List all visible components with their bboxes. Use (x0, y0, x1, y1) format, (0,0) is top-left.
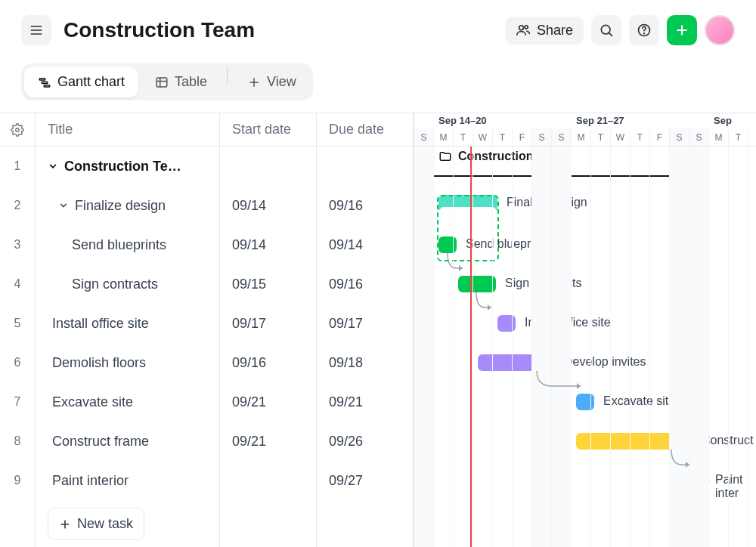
date-cell[interactable]: 09/27 (317, 461, 413, 500)
column-header-due[interactable]: Due date (317, 113, 413, 147)
row-number: 5 (0, 304, 35, 343)
day-header-cell: T (454, 128, 473, 146)
new-task-button[interactable]: New task (48, 508, 144, 540)
task-cell[interactable]: Finalize design (36, 186, 219, 225)
today-indicator (470, 147, 472, 547)
plus-icon (59, 518, 71, 530)
column-header-start[interactable]: Start date (220, 113, 316, 147)
week-label: Sep 14–20 (434, 115, 572, 128)
menu-button[interactable] (21, 15, 51, 45)
date-cell[interactable]: 09/18 (317, 343, 413, 382)
task-cell[interactable]: Paint interior (36, 461, 219, 500)
day-header-cell: S (414, 128, 434, 146)
avatar[interactable] (705, 15, 735, 45)
svg-point-3 (519, 26, 524, 30)
row-number: 7 (0, 382, 35, 422)
date-cell[interactable]: 09/26 (317, 422, 413, 461)
gantt-icon (38, 76, 51, 89)
task-cell[interactable]: Send blueprints (36, 225, 219, 264)
day-header-cell: S (552, 128, 572, 146)
search-button[interactable] (591, 15, 621, 45)
dependency-arrow (671, 450, 702, 480)
day-header-cell: F (650, 128, 670, 146)
row-number: 6 (0, 343, 35, 382)
day-header-cell: S (689, 128, 709, 146)
date-cell[interactable]: 09/16 (317, 264, 413, 304)
date-cell[interactable]: 09/21 (220, 422, 316, 461)
dependency-arrow (476, 292, 499, 323)
date-cell[interactable]: 09/21 (220, 382, 316, 422)
day-header-cell: T (493, 128, 513, 146)
svg-rect-13 (44, 85, 50, 86)
date-cell[interactable] (317, 147, 413, 186)
row-number: 8 (0, 422, 35, 461)
svg-point-4 (525, 26, 528, 29)
help-icon (637, 23, 652, 38)
chevron-down-icon (48, 161, 58, 172)
column-header-title[interactable]: Title (36, 113, 219, 147)
date-cell[interactable]: 09/14 (220, 186, 316, 225)
add-button[interactable] (667, 15, 697, 45)
date-cell[interactable] (220, 147, 316, 186)
tab-view-label: View (267, 74, 296, 90)
gantt-timeline[interactable]: Construction Team Finalize design Send b… (414, 147, 756, 547)
table-settings-button[interactable] (0, 113, 35, 147)
week-label: Sep 21–27 (572, 115, 709, 128)
chevron-down-icon (58, 200, 69, 211)
share-label: Share (537, 23, 573, 39)
svg-point-19 (16, 128, 20, 131)
column-title: Title Construction Te… Finalize design S… (36, 113, 220, 547)
day-header-cell: M (709, 128, 729, 146)
menu-icon (29, 23, 44, 38)
date-cell[interactable]: 09/16 (220, 343, 316, 382)
row-number: 4 (0, 264, 35, 304)
date-cell[interactable]: 09/14 (220, 225, 316, 264)
task-cell[interactable]: Install office site (36, 304, 219, 343)
date-cell[interactable]: 09/15 (220, 264, 316, 304)
search-icon (599, 23, 614, 38)
task-cell[interactable]: Construction Te… (36, 147, 219, 186)
row-number-gutter: 1 2 3 4 5 6 7 8 9 (0, 113, 36, 547)
week-label: Sep (709, 115, 732, 128)
tab-table-label: Table (175, 74, 207, 90)
page-title: Construction Team (64, 18, 255, 42)
row-number: 2 (0, 186, 35, 225)
date-cell[interactable]: 09/16 (317, 186, 413, 225)
svg-rect-11 (39, 78, 45, 79)
tab-table[interactable]: Table (141, 66, 221, 97)
date-cell[interactable]: 09/14 (317, 225, 413, 264)
task-cell[interactable]: Sign contracts (36, 264, 219, 304)
plus-icon (247, 76, 261, 89)
date-cell[interactable] (220, 461, 316, 500)
task-cell[interactable]: Demolish floors (36, 343, 219, 382)
column-start-date: Start date 09/14 09/14 09/15 09/17 09/16… (220, 113, 317, 547)
help-button[interactable] (629, 15, 659, 45)
plus-icon (674, 23, 689, 38)
svg-rect-14 (156, 78, 167, 87)
row-number: 3 (0, 225, 35, 264)
day-header-cell: W (473, 128, 493, 146)
date-cell[interactable]: 09/17 (317, 304, 413, 343)
tab-new-view[interactable]: View (234, 66, 310, 97)
day-header-cell: T (729, 128, 748, 146)
people-icon (516, 23, 531, 38)
new-task-label: New task (77, 516, 133, 532)
task-table: 1 2 3 4 5 6 7 8 9 Title Construction Te…… (0, 113, 414, 547)
date-cell[interactable]: 09/21 (317, 382, 413, 422)
task-title: Install office site (52, 316, 149, 332)
task-title: Send blueprints (72, 237, 166, 253)
dependency-arrow (448, 253, 470, 283)
day-header-cell: T (631, 128, 650, 146)
task-title: Finalize design (75, 198, 166, 214)
day-header-cell: T (591, 128, 611, 146)
date-cell[interactable]: 09/17 (220, 304, 316, 343)
table-icon (155, 76, 169, 89)
day-header-cell: M (572, 128, 591, 146)
day-header-cell: S (532, 128, 552, 146)
header: Construction Team Share (0, 0, 756, 57)
task-cell[interactable]: Excavate site (36, 382, 219, 422)
tab-gantt[interactable]: Gantt chart (24, 66, 138, 97)
task-cell[interactable]: Construct frame (36, 422, 219, 461)
share-button[interactable]: Share (505, 17, 584, 45)
day-header-cell: W (611, 128, 631, 146)
